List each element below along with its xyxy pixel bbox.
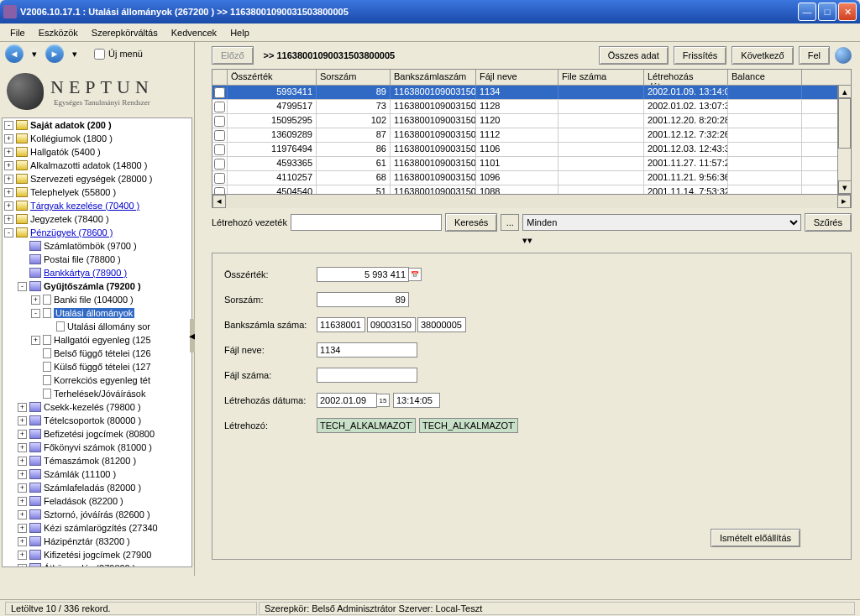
tree-toggle-icon[interactable]: + xyxy=(18,524,27,533)
tree-label[interactable]: Gyűjtőszámla (79200 ) xyxy=(44,281,141,291)
nav-forward-dropdown[interactable]: ▾ xyxy=(71,50,79,58)
tree-label[interactable]: Tárgyak kezelése (70400 ) xyxy=(30,201,139,211)
tree-label[interactable]: Bankkártya (78900 ) xyxy=(44,268,127,278)
tree-label[interactable]: Banki file (104000 ) xyxy=(54,295,134,305)
tree-toggle-icon[interactable]: + xyxy=(4,161,13,170)
tree-item[interactable]: Terhelések/Jóváírások xyxy=(3,387,191,400)
maximize-button[interactable]: □ xyxy=(818,3,836,21)
tree-item[interactable]: +Szervezeti egységek (28000 ) xyxy=(3,172,191,185)
menu-file[interactable]: File xyxy=(3,25,32,40)
close-button[interactable]: ✕ xyxy=(838,3,857,21)
tree-item[interactable]: -Gyűjtőszámla (79200 ) xyxy=(3,279,191,293)
tree-item[interactable]: Bankkártya (78900 ) xyxy=(3,266,191,279)
tree-label[interactable]: Számlatömbök (9700 ) xyxy=(44,241,137,251)
tree-label[interactable]: Telephelyek (55800 ) xyxy=(30,187,116,197)
col-fileszama[interactable]: File száma xyxy=(558,70,644,85)
tree-toggle-icon[interactable]: + xyxy=(18,443,27,452)
table-row[interactable]: 411025768116380010900315010962001.11.21.… xyxy=(212,171,851,185)
tree-item[interactable]: +Tárgyak kezelése (70400 ) xyxy=(3,199,191,212)
szures-button[interactable]: Szűrés xyxy=(805,213,852,232)
tree-item[interactable]: +Számlafeladás (82000 ) xyxy=(3,481,191,494)
tree-item[interactable]: Belső függő tételei (126 xyxy=(3,347,191,360)
tree-item[interactable]: Postai file (78800 ) xyxy=(3,253,191,266)
tree-toggle-icon[interactable]: + xyxy=(31,295,40,305)
tree-toggle-icon[interactable]: + xyxy=(18,483,27,493)
tree-item[interactable]: +Számlák (11100 ) xyxy=(3,467,191,481)
tree-toggle-icon[interactable]: - xyxy=(18,282,27,291)
bank-input-2[interactable] xyxy=(367,317,416,332)
tree-toggle-icon[interactable]: + xyxy=(18,497,27,506)
row-checkbox[interactable] xyxy=(212,100,228,113)
tree-label[interactable]: Átkönyvelés (279800 ) xyxy=(44,563,135,567)
fajlszama-input[interactable] xyxy=(317,368,417,383)
refresh-button[interactable]: Frissítés xyxy=(674,46,727,65)
table-row[interactable]: 1360928987116380010900315011122001.12.12… xyxy=(212,128,851,143)
scroll-up-icon[interactable]: ▴ xyxy=(838,85,852,98)
tree-label[interactable]: Belső függő tételei (126 xyxy=(54,348,151,358)
scroll-thumb[interactable] xyxy=(838,98,851,149)
tree-item[interactable]: +Hallgatói egyenleg (125 xyxy=(3,333,191,347)
tree-toggle-icon[interactable]: - xyxy=(31,309,40,318)
tree-toggle-icon[interactable]: + xyxy=(4,134,13,144)
col-bankszamla[interactable]: Bankszámlaszám xyxy=(391,70,476,85)
tree-item[interactable]: +Feladások (82200 ) xyxy=(3,494,191,508)
fajlneve-input[interactable] xyxy=(317,342,417,358)
tree-label[interactable]: Befizetési jogcímek (80800 xyxy=(44,429,155,439)
tree-toggle-icon[interactable]: + xyxy=(18,430,27,439)
filter-input[interactable] xyxy=(291,214,442,231)
minimize-button[interactable]: — xyxy=(798,3,816,21)
scroll-left-icon[interactable]: ◂ xyxy=(212,195,226,208)
tree-toggle-icon[interactable]: + xyxy=(18,564,27,568)
tree-label[interactable]: Külső függő tételei (127 xyxy=(54,362,151,372)
new-menu-checkbox[interactable] xyxy=(94,49,105,60)
tree-toggle-icon[interactable]: + xyxy=(4,215,13,224)
new-menu-check[interactable]: Új menü xyxy=(94,49,143,60)
tree-label[interactable]: Tételcsoportok (80000 ) xyxy=(44,415,141,425)
scroll-right-icon[interactable]: ▸ xyxy=(837,195,851,208)
menu-tools[interactable]: Eszközök xyxy=(32,25,85,40)
grid-vscroll[interactable]: ▴ ▾ xyxy=(837,85,851,194)
tree-toggle-icon[interactable]: + xyxy=(18,551,27,560)
table-row[interactable]: 599341189116380010900315011342002.01.09.… xyxy=(212,86,851,100)
bank-input-3[interactable] xyxy=(417,317,466,332)
col-check[interactable] xyxy=(212,70,228,85)
tree-item[interactable]: +Házipénztár (83200 ) xyxy=(3,535,191,548)
tree-item[interactable]: +Főkönyvi számok (81000 ) xyxy=(3,441,191,454)
tree-label[interactable]: Korrekciós egyenleg tét xyxy=(54,375,150,385)
all-data-button[interactable]: Összes adat xyxy=(599,46,669,65)
prev-button[interactable]: Előző xyxy=(212,46,254,65)
tree-label[interactable]: Alkalmazotti adatok (14800 ) xyxy=(30,160,147,170)
col-fajlneve[interactable]: Fájl neve xyxy=(476,70,558,85)
tree-item[interactable]: +Kifizetési jogcímek (27900 xyxy=(3,548,191,561)
col-letrehozas[interactable]: Létrehozás dátuma xyxy=(644,70,728,85)
row-checkbox[interactable] xyxy=(212,143,228,156)
tree-toggle-icon[interactable]: + xyxy=(4,175,13,184)
tree-item[interactable]: +Banki file (104000 ) xyxy=(3,293,191,306)
tree-toggle-icon[interactable]: + xyxy=(31,336,40,345)
calendar-icon[interactable]: 15 xyxy=(376,394,390,407)
tree-toggle-icon[interactable]: + xyxy=(18,416,27,425)
menu-roles[interactable]: Szerepkörváltás xyxy=(85,25,165,40)
tree-toggle-icon[interactable]: - xyxy=(4,121,13,130)
nav-back-button[interactable]: ◄ xyxy=(5,44,24,63)
data-grid[interactable]: Összérték Sorszám Bankszámlaszám Fájl ne… xyxy=(212,69,852,208)
table-row[interactable]: 1197649486116380010900315011062001.12.03… xyxy=(212,143,851,157)
filter-select[interactable]: Minden xyxy=(522,214,801,231)
col-osszertek[interactable]: Összérték xyxy=(228,70,317,85)
tree-label[interactable]: Sztornó, jóváírás (82600 ) xyxy=(44,509,150,519)
letrehozas-time[interactable] xyxy=(393,393,440,408)
grid-body[interactable]: 599341189116380010900315011342002.01.09.… xyxy=(212,86,851,194)
tree-label[interactable]: Terhelések/Jóváírások xyxy=(54,389,145,399)
letrehozas-date[interactable] xyxy=(317,393,377,408)
table-row[interactable]: 15095295102116380010900315011202001.12.2… xyxy=(212,114,851,128)
row-checkbox[interactable] xyxy=(212,185,228,194)
table-row[interactable]: 479951773116380010900315011282002.01.02.… xyxy=(212,100,851,114)
tree-item[interactable]: Számlatömbök (9700 ) xyxy=(3,239,191,253)
menu-help[interactable]: Help xyxy=(223,25,256,40)
tree-item[interactable]: -Utalási állományok xyxy=(3,306,191,320)
tree-item[interactable]: +Témaszámok (81200 ) xyxy=(3,454,191,467)
tree-label[interactable]: Csekk-kezelés (79800 ) xyxy=(44,402,141,412)
tree-label[interactable]: Kollégiumok (1800 ) xyxy=(30,133,113,144)
tree-item[interactable]: +Befizetési jogcímek (80800 xyxy=(3,427,191,441)
row-checkbox[interactable] xyxy=(212,114,228,128)
